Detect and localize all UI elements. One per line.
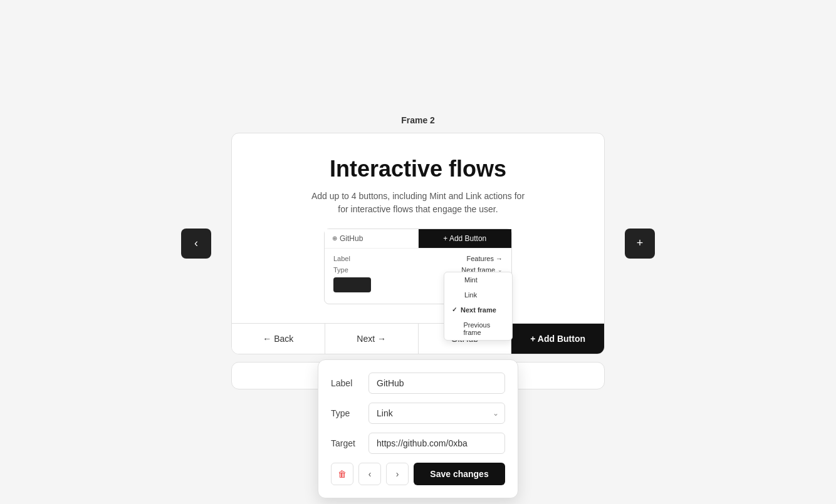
save-changes-button[interactable]: Save changes [414, 463, 505, 485]
checkmark-icon: ✓ [452, 306, 457, 313]
popup-link: Link [444, 287, 512, 302]
add-button[interactable]: + Add Button [511, 324, 604, 354]
prev-frame-button[interactable]: ‹ [181, 229, 211, 259]
preview-dropdown-popup: Mint Link ✓ Next frame Previous fram [444, 272, 513, 341]
next-button[interactable]: › [386, 463, 409, 485]
back-button[interactable]: ← Back [232, 324, 325, 354]
edit-footer: 🗑 ‹ › Save changes [331, 463, 505, 485]
preview-label-text: Label [333, 255, 350, 262]
main-card: Interactive flows Add up to 4 buttons, i… [231, 133, 605, 354]
type-select-wrapper: Mint Link Next frame Previous frame ⌄ [368, 403, 505, 424]
frame-label: Frame 2 [401, 115, 435, 125]
edit-label-row: Label [331, 373, 505, 394]
github-icon: ⊕ [332, 235, 337, 242]
preview-label-value: Features → [467, 255, 503, 262]
popup-mint: Mint [444, 272, 512, 287]
arrow-right-icon: › [396, 469, 399, 479]
trash-icon: 🗑 [338, 469, 347, 479]
label-field-input[interactable] [368, 373, 505, 394]
preview-dark-button [333, 277, 371, 292]
chevron-right-icon: + [637, 237, 644, 250]
prev-button[interactable]: ‹ [358, 463, 381, 485]
type-field-label: Type [331, 408, 368, 418]
card-title: Interactive flows [330, 156, 506, 182]
edit-type-row: Type Mint Link Next frame Previous frame… [331, 403, 505, 424]
popup-next-frame: ✓ Next frame [444, 302, 512, 317]
next-button[interactable]: Next → [325, 324, 419, 354]
delete-button[interactable]: 🗑 [331, 463, 353, 485]
preview-add-btn: + Add Button [419, 229, 512, 248]
target-field-label: Target [331, 438, 368, 448]
preview-github-btn: ⊕ GitHub [325, 229, 419, 248]
label-field-label: Label [331, 378, 368, 388]
next-frame-button[interactable]: + [625, 229, 655, 259]
card-footer: ← Back Next → GitHub + Add Button [232, 323, 604, 354]
preview-type-text: Type [333, 266, 348, 274]
chevron-left-icon: ‹ [194, 237, 198, 250]
arrow-left-icon: ‹ [368, 469, 372, 479]
type-select[interactable]: Mint Link Next frame Previous frame [368, 403, 505, 424]
edit-popup: Label Type Mint Link Next frame Previous… [318, 359, 518, 498]
target-field-input[interactable] [368, 433, 505, 454]
edit-target-row: Target [331, 433, 505, 454]
popup-prev-frame: Previous frame [444, 317, 512, 340]
preview-box: ⊕ GitHub + Add Button Label Features → [324, 229, 512, 304]
card-description: Add up to 4 buttons, including Mint and … [311, 190, 525, 216]
